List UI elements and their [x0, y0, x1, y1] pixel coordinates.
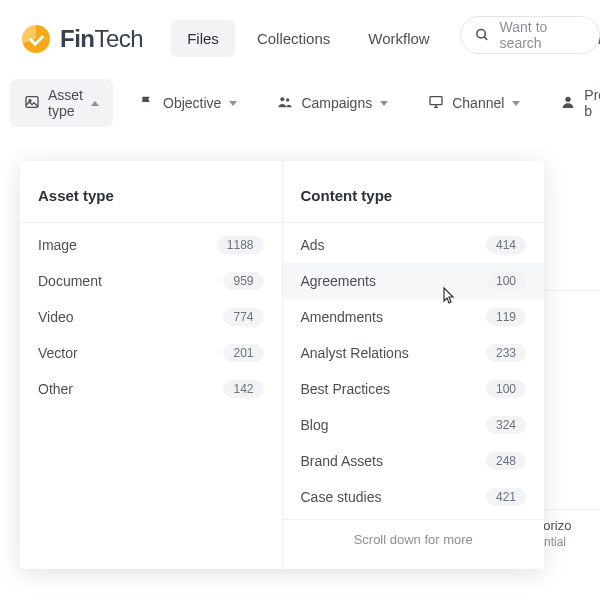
search-input[interactable]: Want to search	[460, 16, 600, 54]
dropdown-item-label: Brand Assets	[301, 453, 384, 469]
dropdown-title: Asset type	[20, 179, 282, 223]
dropdown-item-analyst-relations[interactable]: Analyst Relations233	[283, 335, 545, 371]
dropdown-item-label: Ads	[301, 237, 325, 253]
dropdown-item-label: Document	[38, 273, 102, 289]
svg-point-7	[566, 96, 571, 101]
dropdown-item-brand-assets[interactable]: Brand Assets248	[283, 443, 545, 479]
dropdown-item-label: Other	[38, 381, 73, 397]
dropdown-item-amendments[interactable]: Amendments119	[283, 299, 545, 335]
filter-asset-type[interactable]: Asset type	[10, 79, 113, 127]
dropdown-item-label: Vector	[38, 345, 78, 361]
dropdown-item-video[interactable]: Video774	[20, 299, 282, 335]
dropdown-column-content-type: Content type Ads414Agreements100Amendmen…	[283, 161, 545, 569]
dropdown-item-case-studies[interactable]: Case studies421	[283, 479, 545, 515]
dropdown-item-count: 119	[486, 308, 526, 326]
nav-item-collections[interactable]: Collections	[241, 20, 346, 57]
dropdown-item-blog[interactable]: Blog324	[283, 407, 545, 443]
chevron-down-icon	[380, 101, 388, 106]
filter-bar: Asset typeObjectiveCampaignsChannelProdu…	[0, 69, 600, 137]
dropdown-item-ads[interactable]: Ads414	[283, 227, 545, 263]
dropdown-item-count: 248	[486, 452, 526, 470]
filter-label: Produced b	[584, 87, 600, 119]
logo-text: FinTech	[60, 25, 143, 53]
image-icon	[24, 94, 40, 113]
dropdown-item-count: 142	[223, 380, 263, 398]
brand-logo[interactable]: FinTech	[22, 25, 143, 53]
svg-point-0	[477, 30, 486, 39]
dropdown-item-count: 100	[486, 380, 526, 398]
asset-type-dropdown: Asset type Image1188Document959Video774V…	[20, 161, 544, 569]
chevron-up-icon	[91, 101, 99, 106]
chevron-down-icon	[512, 101, 520, 106]
dropdown-item-label: Blog	[301, 417, 329, 433]
dropdown-item-document[interactable]: Document959	[20, 263, 282, 299]
filter-label: Campaigns	[301, 95, 372, 111]
dropdown-item-count: 421	[486, 488, 526, 506]
filter-campaigns[interactable]: Campaigns	[263, 86, 402, 121]
dropdown-item-image[interactable]: Image1188	[20, 227, 282, 263]
search-icon	[475, 27, 490, 43]
pointer-cursor-icon	[438, 286, 456, 308]
svg-point-4	[281, 97, 285, 101]
filter-produced-b[interactable]: Produced b	[546, 79, 600, 127]
dropdown-item-count: 414	[486, 236, 526, 254]
flag-icon	[139, 94, 155, 113]
dropdown-item-count: 324	[486, 416, 526, 434]
dropdown-item-label: Video	[38, 309, 74, 325]
dropdown-item-label: Image	[38, 237, 77, 253]
dropdown-item-count: 959	[223, 272, 263, 290]
dropdown-item-count: 1188	[217, 236, 264, 254]
nav-item-files[interactable]: Files	[171, 20, 235, 57]
nav-item-workflow[interactable]: Workflow	[352, 20, 445, 57]
dropdown-item-count: 774	[223, 308, 263, 326]
dropdown-scroll-hint: Scroll down for more	[283, 519, 545, 555]
filter-channel[interactable]: Channel	[414, 86, 534, 121]
dropdown-item-other[interactable]: Other142	[20, 371, 282, 407]
dropdown-item-vector[interactable]: Vector201	[20, 335, 282, 371]
dropdown-item-count: 100	[486, 272, 526, 290]
svg-point-5	[286, 98, 289, 101]
dropdown-item-label: Amendments	[301, 309, 383, 325]
search-placeholder: Want to search	[500, 19, 585, 51]
filter-label: Channel	[452, 95, 504, 111]
dropdown-item-label: Analyst Relations	[301, 345, 409, 361]
users-icon	[277, 94, 293, 113]
dropdown-title: Content type	[283, 179, 545, 223]
svg-rect-6	[430, 96, 442, 104]
dropdown-item-label: Best Practices	[301, 381, 390, 397]
monitor-icon	[428, 94, 444, 113]
dropdown-item-count: 233	[486, 344, 526, 362]
dropdown-item-label: Agreements	[301, 273, 376, 289]
filter-objective[interactable]: Objective	[125, 86, 251, 121]
dropdown-item-count: 201	[223, 344, 263, 362]
filter-label: Asset type	[48, 87, 83, 119]
dropdown-item-best-practices[interactable]: Best Practices100	[283, 371, 545, 407]
dropdown-column-asset-type: Asset type Image1188Document959Video774V…	[20, 161, 283, 569]
filter-label: Objective	[163, 95, 221, 111]
dropdown-item-label: Case studies	[301, 489, 382, 505]
logo-mark-icon	[22, 25, 50, 53]
chevron-down-icon	[229, 101, 237, 106]
dropdown-item-agreements[interactable]: Agreements100	[283, 263, 545, 299]
user-icon	[560, 94, 576, 113]
svg-line-1	[484, 37, 487, 40]
